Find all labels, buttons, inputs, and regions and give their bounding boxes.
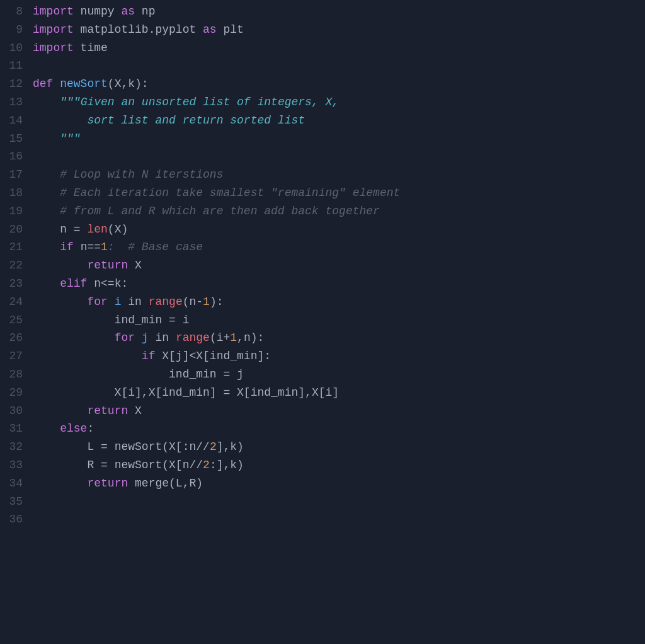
line-number: 10 xyxy=(0,39,33,57)
token xyxy=(33,241,60,253)
code-line: 33 R = newSort(X[n//2:],k) xyxy=(0,456,645,474)
code-line: 23 elif n<=k: xyxy=(0,275,645,293)
code-line: 28 ind_min = j xyxy=(0,365,645,384)
line-number: 30 xyxy=(0,402,33,420)
line-number: 29 xyxy=(0,384,33,402)
line-number: 17 xyxy=(0,166,33,184)
line-code: return merge(L,R) xyxy=(33,474,645,493)
line-code: # from L and R which are then add back t… xyxy=(33,202,645,221)
code-line: 26 for j in range(i+1,n): xyxy=(0,329,645,347)
code-line: 29 X[i],X[ind_min] = X[ind_min],X[i] xyxy=(0,384,645,402)
code-lines: 8import numpy as np9import matplotlib.py… xyxy=(0,3,645,529)
line-code: ind_min = i xyxy=(33,311,645,330)
token xyxy=(33,477,87,490)
line-code: """Given an unsorted list of integers, X… xyxy=(33,93,645,112)
token: sort list and return sorted list xyxy=(33,114,305,127)
code-line: 21 if n==1: # Base case xyxy=(0,238,645,256)
token: # Each iteration take smallest "remainin… xyxy=(33,187,400,199)
line-code xyxy=(33,493,645,511)
line-number: 25 xyxy=(0,311,33,330)
token: (X,k): xyxy=(108,78,149,90)
line-code: R = newSort(X[n//2:],k) xyxy=(33,456,645,474)
token: """ xyxy=(33,96,81,108)
token: : # Base case xyxy=(108,241,203,253)
code-line: 18 # Each iteration take smallest "remai… xyxy=(0,184,645,202)
code-line: 12def newSort(X,k): xyxy=(0,75,645,93)
line-number: 27 xyxy=(0,347,33,365)
line-code xyxy=(33,510,645,529)
token xyxy=(53,78,60,90)
line-number: 31 xyxy=(0,420,33,438)
line-number: 8 xyxy=(0,3,33,21)
line-code: ind_min = j xyxy=(33,365,645,384)
token: if xyxy=(60,241,74,253)
code-line: 19 # from L and R which are then add bac… xyxy=(0,202,645,221)
line-number: 26 xyxy=(0,329,33,347)
line-code xyxy=(33,57,645,75)
token xyxy=(135,331,142,344)
code-line: 10import time xyxy=(0,39,645,57)
line-code: """ xyxy=(33,130,645,148)
token: np xyxy=(135,5,155,18)
token: (X) xyxy=(108,223,128,236)
line-number: 22 xyxy=(0,256,33,275)
token: = X[ind_min],X[i] xyxy=(223,386,339,399)
code-line: 20 n = len(X) xyxy=(0,221,645,239)
token: :],k) xyxy=(210,459,244,471)
token: n xyxy=(33,223,74,236)
code-line: 15 """ xyxy=(0,130,645,148)
token: X xyxy=(128,259,142,272)
line-number: 33 xyxy=(0,456,33,474)
token: in xyxy=(121,296,148,308)
token: else xyxy=(60,422,87,435)
token: = newSort(X[n// xyxy=(101,459,203,471)
line-number: 18 xyxy=(0,184,33,202)
token: ): xyxy=(210,296,224,308)
token: ind_min xyxy=(33,368,223,381)
token xyxy=(108,296,115,308)
line-number: 21 xyxy=(0,238,33,256)
line-code: sort list and return sorted list xyxy=(33,112,645,130)
token xyxy=(33,422,60,435)
token: = j xyxy=(223,368,243,381)
line-code: # Each iteration take smallest "remainin… xyxy=(33,184,645,202)
token: range xyxy=(176,331,210,344)
code-line: 36 xyxy=(0,510,645,529)
line-number: 15 xyxy=(0,130,33,148)
token: R xyxy=(33,459,101,471)
line-code xyxy=(33,147,645,166)
code-line: 11 xyxy=(0,57,645,75)
line-code: X[i],X[ind_min] = X[ind_min],X[i] xyxy=(33,384,645,402)
code-line: 32 L = newSort(X[:n//2],k) xyxy=(0,438,645,456)
line-code: else: xyxy=(33,420,645,438)
line-number: 11 xyxy=(0,57,33,75)
code-line: 9import matplotlib.pyplot as plt xyxy=(0,21,645,39)
code-line: 17 # Loop with N iterstions xyxy=(0,166,645,184)
token: n== xyxy=(74,241,101,253)
token: return xyxy=(87,405,128,417)
line-number: 32 xyxy=(0,438,33,456)
line-code: return X xyxy=(33,402,645,420)
token: L xyxy=(33,440,101,453)
token: numpy xyxy=(74,5,122,18)
token: for xyxy=(115,331,135,344)
token: import xyxy=(33,23,74,36)
line-code: L = newSort(X[:n//2],k) xyxy=(33,438,645,456)
token: def xyxy=(33,78,53,90)
token: import xyxy=(33,42,74,54)
token: as xyxy=(203,23,217,36)
token: = xyxy=(74,223,88,236)
token: matplotlib.pyplot xyxy=(74,23,203,36)
token: in xyxy=(149,331,176,344)
line-number: 36 xyxy=(0,510,33,529)
token xyxy=(33,296,87,308)
token: # from L and R which are then add back t… xyxy=(33,205,380,217)
token: plt xyxy=(217,23,244,36)
token: return xyxy=(87,259,128,272)
token xyxy=(33,259,87,272)
code-line: 34 return merge(L,R) xyxy=(0,474,645,493)
token xyxy=(33,331,115,344)
token: return xyxy=(87,477,128,490)
token xyxy=(33,350,142,362)
token: : xyxy=(87,422,94,435)
